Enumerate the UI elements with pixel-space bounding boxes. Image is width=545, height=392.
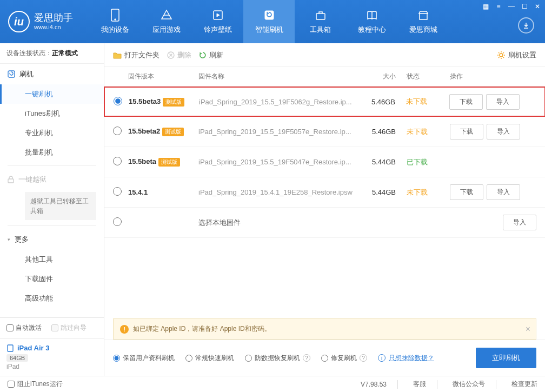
close-notice-button[interactable]: ×	[526, 324, 530, 334]
fw-status: 已下载	[407, 158, 428, 166]
import-button[interactable]: 导入	[503, 215, 536, 230]
window-menu-icon[interactable]: ≡	[494, 2, 503, 11]
download-button[interactable]: 下载	[449, 94, 483, 110]
sidebar-section-more[interactable]: ▾ 更多	[0, 229, 104, 250]
fw-status: 未下载	[407, 188, 428, 196]
col-name: 固件名称	[198, 72, 358, 81]
download-button[interactable]: 下载	[450, 184, 483, 200]
import-button[interactable]: 导入	[487, 184, 520, 200]
refresh-icon	[263, 9, 276, 22]
sidebar-item-download-fw[interactable]: 下载固件	[0, 269, 104, 289]
opt-keep-data[interactable]: 保留用户资料刷机	[113, 354, 175, 363]
download-button[interactable]: 下载	[450, 124, 483, 139]
nav-apps[interactable]: 应用游戏	[141, 0, 192, 43]
help-icon[interactable]: ?	[360, 354, 367, 362]
svg-point-1	[114, 19, 115, 20]
flash-icon	[8, 70, 15, 78]
wechat-link[interactable]: 微信公众号	[453, 380, 485, 389]
app-site: www.i4.cn	[34, 24, 73, 31]
nav-my-device[interactable]: 我的设备	[89, 0, 141, 43]
window-grid-icon[interactable]: ▦	[481, 2, 490, 11]
opt-normal[interactable]: 常规快速刷机	[185, 354, 234, 363]
nav-tutorial[interactable]: 教程中心	[346, 0, 397, 43]
logo-text: 爱思助手 www.i4.cn	[34, 12, 73, 31]
info-icon[interactable]: i	[378, 354, 386, 362]
firmware-radio[interactable]	[113, 157, 122, 165]
open-folder-button[interactable]: 打开文件夹	[113, 50, 159, 60]
firmware-radio[interactable]	[113, 187, 122, 196]
help-icon[interactable]: ?	[303, 354, 310, 362]
opt-recover[interactable]: 防数据恢复刷机 ?	[245, 354, 310, 363]
nav-toolbox[interactable]: 工具箱	[295, 0, 346, 43]
firmware-list: 15.5beta3测试版 iPad_Spring_2019_15.5_19F50…	[104, 87, 545, 208]
start-flash-button[interactable]: 立即刷机	[476, 348, 536, 368]
gear-icon	[497, 51, 506, 59]
import-button[interactable]: 导入	[487, 124, 520, 139]
flash-settings-button[interactable]: 刷机设置	[497, 50, 536, 60]
logo-icon: iu	[8, 11, 30, 32]
sidebar-item-other-tools[interactable]: 其他工具	[0, 250, 104, 269]
support-link[interactable]: 客服	[413, 380, 426, 389]
local-fw-label: 选择本地固件	[198, 218, 241, 227]
sidebar-item-itunes[interactable]: iTunes刷机	[0, 104, 104, 123]
firmware-row[interactable]: 15.5beta测试版 iPad_Spring_2019_15.5_19F504…	[104, 147, 545, 177]
main-content: 打开文件夹 删除 刷新 刷机设置 固件版本 固件名称 大小 状态 操作	[104, 43, 545, 376]
conn-value: 正常模式	[52, 49, 78, 57]
window-maximize-icon[interactable]: ☐	[520, 2, 529, 11]
sidebar-item-batch[interactable]: 批量刷机	[0, 143, 104, 162]
svg-point-9	[500, 54, 503, 57]
skip-guide-checkbox[interactable]: 跳过向导	[51, 323, 87, 333]
block-itunes-checkbox[interactable]: 阻止iTunes运行	[8, 380, 63, 389]
device-block[interactable]: iPad Air 3 64GB iPad	[0, 338, 104, 376]
store-icon	[417, 9, 430, 22]
sidebar-bottom: 自动激活 跳过向导 iPad Air 3 64GB iPad	[0, 317, 104, 376]
fw-status: 未下载	[407, 128, 428, 136]
nav-ringtone[interactable]: 铃声壁纸	[192, 0, 243, 43]
beta-tag: 测试版	[163, 98, 184, 107]
fw-version: 15.5beta3	[129, 97, 161, 105]
refresh-button[interactable]: 刷新	[199, 50, 223, 60]
import-button[interactable]: 导入	[486, 94, 520, 110]
phone-icon	[109, 9, 122, 22]
fw-size: 5.46GB	[358, 128, 407, 136]
nav-store[interactable]: 爱思商城	[397, 0, 449, 43]
sidebar-item-pro[interactable]: 专业刷机	[0, 123, 104, 143]
body: 设备连接状态：正常模式 刷机 一键刷机 iTunes刷机 专业刷机 批量刷机 一…	[0, 43, 545, 376]
auto-activate-checkbox[interactable]: 自动激活	[6, 323, 42, 333]
check-update-link[interactable]: 检查更新	[511, 380, 537, 389]
download-manager-button[interactable]	[518, 17, 534, 34]
local-fw-radio[interactable]	[113, 217, 122, 226]
window-minimize-icon[interactable]: —	[507, 2, 516, 11]
sidebar-section-jailbreak: 一键越狱	[0, 169, 104, 190]
local-firmware-row[interactable]: 选择本地固件 导入	[104, 208, 545, 238]
apple-id-notice: ! 如已绑定 Apple ID，请准备好 Apple ID和密码。 ×	[113, 318, 536, 340]
col-size: 大小	[358, 72, 407, 81]
fw-version: 15.4.1	[128, 188, 148, 196]
fw-filename: iPad_Spring_2019_15.4.1_19E258_Restore.i…	[198, 188, 353, 196]
window-close-icon[interactable]: ✕	[533, 2, 542, 11]
flash-options-bar: 保留用户资料刷机 常规快速刷机 防数据恢复刷机 ? 修复刷机 ? i只想抹除数据…	[104, 340, 545, 376]
svg-rect-4	[316, 14, 325, 19]
delete-icon	[167, 51, 175, 59]
fw-version: 15.5beta2	[128, 127, 160, 135]
firmware-radio[interactable]	[114, 97, 122, 105]
table-header: 固件版本 固件名称 大小 状态 操作	[104, 67, 545, 87]
sidebar-item-advanced[interactable]: 高级功能	[0, 289, 104, 308]
sidebar-item-onekey[interactable]: 一键刷机	[0, 84, 104, 104]
firmware-radio[interactable]	[113, 127, 122, 135]
sidebar-section-flash[interactable]: 刷机	[0, 64, 104, 84]
col-action: 操作	[450, 72, 536, 81]
sidebar-jailbreak-label: 一键越狱	[18, 175, 46, 184]
erase-link[interactable]: 只想抹除数据？	[389, 354, 434, 363]
firmware-row[interactable]: 15.5beta3测试版 iPad_Spring_2019_15.5_19F50…	[104, 87, 545, 117]
app-header: iu 爱思助手 www.i4.cn 我的设备 应用游戏 铃声壁纸 智能刷机 工具…	[0, 0, 545, 43]
toolbox-icon	[314, 9, 327, 22]
fw-version: 15.5beta	[128, 157, 156, 165]
opt-repair[interactable]: 修复刷机 ?	[321, 354, 367, 363]
nav-flash[interactable]: 智能刷机	[243, 0, 295, 43]
book-icon	[365, 9, 378, 22]
beta-tag: 测试版	[158, 158, 180, 167]
firmware-row[interactable]: 15.5beta2测试版 iPad_Spring_2019_15.5_19F50…	[104, 117, 545, 147]
firmware-row[interactable]: 15.4.1 iPad_Spring_2019_15.4.1_19E258_Re…	[104, 177, 545, 208]
fw-filename: iPad_Spring_2019_15.5_19F5057e_Restore.i…	[198, 128, 351, 136]
